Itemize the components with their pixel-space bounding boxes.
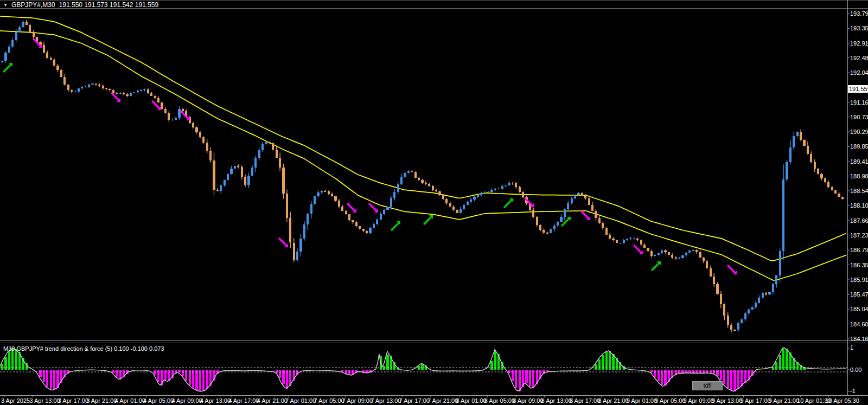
time-axis-label: 7 Apr 09:00 — [342, 397, 373, 404]
time-axis-label: 9 Apr 17:00 — [740, 397, 770, 404]
price-axis-label: 189.410 — [850, 158, 868, 165]
time-axis-label: 8 Apr 01:00 — [456, 397, 486, 404]
price-axis-label: 187.660 — [850, 217, 868, 224]
time-axis-label: 8 Apr 09:00 — [513, 397, 543, 404]
indicator-title: M30 GBPJPY# trend direction & force (5) … — [3, 345, 164, 352]
time-axis-label: 8 Apr 17:00 — [570, 397, 600, 404]
price-axis-label: 185.910 — [850, 277, 868, 283]
candles-layer — [1, 20, 844, 332]
time-axis-label: 4 Apr 21:00 — [257, 397, 288, 404]
tdfi-button[interactable]: tdfi — [692, 381, 723, 390]
buy-arrow-icon — [652, 261, 661, 270]
band-lower-line — [0, 31, 846, 280]
sell-arrow-icon — [348, 204, 356, 213]
price-axis-label: 189.850 — [850, 143, 868, 150]
price-axis-label: 191.160 — [850, 99, 868, 106]
price-axis-label: 192.040 — [850, 69, 868, 76]
price-axis-label: 185.040 — [850, 306, 868, 312]
mt4-chart-window: ▼ GBPJPY#,M30 191.550 191.573 191.542 19… — [0, 0, 868, 405]
chart-title: ▼ GBPJPY#,M30 191.550 191.573 191.542 19… — [3, 1, 158, 9]
time-axis-label: 3 Apr 21:00 — [86, 397, 117, 404]
price-axis-label: 193.790 — [850, 10, 868, 17]
indicator-axis-zero-label: 0.00 — [850, 367, 861, 373]
time-axis-label: 9 Apr 13:00 — [712, 397, 742, 404]
time-axis-label: 7 Apr 17:00 — [399, 397, 430, 404]
buy-arrow-icon — [505, 198, 513, 207]
price-axis-label: 186.790 — [850, 247, 868, 253]
time-axis-label: 10 Apr 05:30 — [826, 397, 859, 404]
time-axis-label: 9 Apr 21:00 — [769, 397, 799, 404]
time-axis-label: 9 Apr 01:00 — [627, 397, 657, 404]
price-axis-label: 192.480 — [850, 55, 868, 61]
indicator-axis-max-label: 1 — [850, 344, 853, 351]
price-axis-label: 190.290 — [850, 128, 868, 135]
ohlc-quote-label: 191.550 191.573 191.542 191.559 — [59, 1, 159, 9]
time-axis-label: 3 Apr 17:00 — [58, 397, 88, 404]
time-axis-label: 7 Apr 05:00 — [314, 397, 344, 404]
sell-arrow-icon — [279, 239, 288, 247]
price-axis-label: 187.230 — [850, 232, 868, 239]
sell-arrow-icon — [634, 246, 643, 254]
buy-arrow-icon — [562, 217, 571, 226]
time-axis-label: 7 Apr 01:00 — [285, 397, 316, 404]
price-axis-label: 186.350 — [850, 262, 868, 268]
chart-canvas[interactable] — [0, 0, 868, 405]
price-axis-label: 192.910 — [850, 40, 868, 47]
signal-arrows-layer — [4, 39, 737, 274]
price-axis-label: 193.350 — [850, 25, 868, 31]
time-axis-label: 3 Apr 13:00 — [29, 397, 60, 404]
symbol-period-label: GBPJPY#,M30 — [11, 1, 55, 9]
indicator-axis-min-label: -1 — [850, 388, 856, 394]
band-upper-line — [0, 16, 846, 261]
price-axis-label: 190.730 — [850, 114, 868, 120]
time-axis-label: 4 Apr 09:00 — [171, 397, 202, 404]
symbol-dropdown-icon[interactable]: ▼ — [3, 3, 8, 8]
sell-arrow-icon — [728, 266, 737, 274]
time-axis-label: 4 Apr 01:00 — [115, 397, 145, 404]
time-axis-label: 8 Apr 05:00 — [484, 397, 515, 404]
time-axis-label: 8 Apr 13:00 — [541, 397, 572, 404]
time-axis-label: 4 Apr 13:00 — [200, 397, 231, 404]
price-axis-label: 184.160 — [850, 336, 868, 342]
time-axis-label: 3 Apr 2025 — [1, 397, 30, 404]
time-axis-label: 7 Apr 13:00 — [371, 397, 401, 404]
time-axis-label: 4 Apr 17:00 — [228, 397, 259, 404]
price-axis-label: 188.980 — [850, 173, 868, 179]
price-axis-label: 185.470 — [850, 291, 868, 298]
buy-arrow-icon — [424, 215, 433, 224]
time-axis-label: 7 Apr 21:00 — [427, 397, 458, 404]
sell-arrow-icon — [369, 204, 378, 213]
sell-arrow-icon — [152, 101, 161, 110]
time-axis-label: 4 Apr 05:00 — [143, 397, 174, 404]
ma-bands-layer — [0, 16, 846, 280]
current-price-tag: 191.559 — [848, 85, 868, 93]
buy-arrow-icon — [392, 221, 400, 230]
sell-arrow-icon — [112, 93, 120, 102]
time-axis-label: 9 Apr 09:00 — [684, 397, 714, 404]
sell-arrow-icon — [582, 211, 590, 220]
buy-arrow-icon — [4, 63, 12, 72]
time-axis-label: 8 Apr 21:00 — [598, 397, 628, 404]
time-axis-label: 9 Apr 05:00 — [655, 397, 685, 404]
price-axis-label: 188.100 — [850, 202, 868, 209]
price-axis-label: 188.540 — [850, 188, 868, 194]
price-axis-label: 184.600 — [850, 321, 868, 327]
